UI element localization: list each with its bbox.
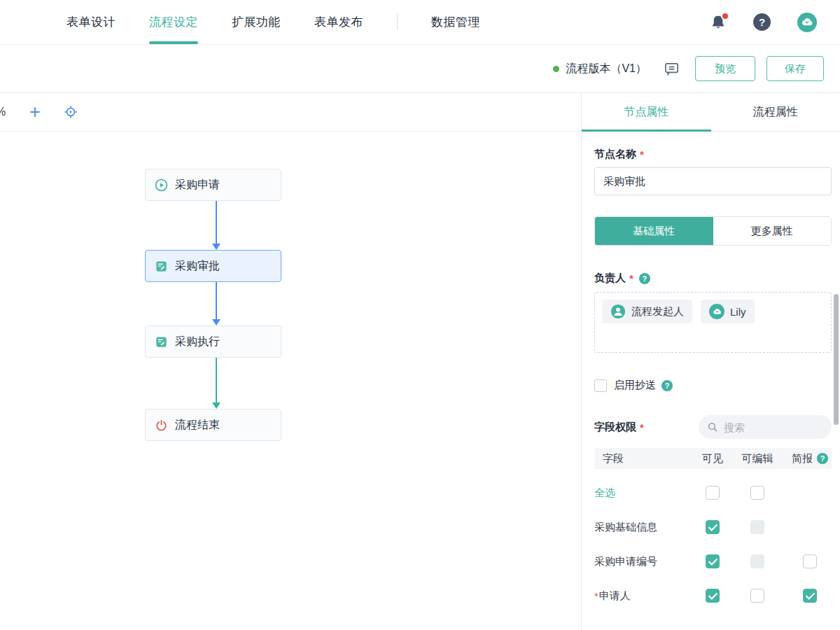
tab-form-publish[interactable]: 表单发布 [314, 0, 363, 44]
cc-help-icon[interactable]: ? [662, 380, 673, 391]
notification-bell-icon[interactable] [710, 14, 727, 31]
tab-flow-settings[interactable]: 流程设定 [149, 0, 198, 44]
tab-form-design[interactable]: 表单设计 [66, 0, 115, 44]
property-mode-switch: 基础属性 更多属性 [594, 216, 832, 246]
flow-arrow [212, 282, 220, 326]
notification-dot [721, 12, 729, 20]
owner-tag-label: Lily [730, 306, 746, 318]
top-nav-bar: 表单设计 流程设定 扩展功能 表单发布 数据管理 ? [0, 0, 840, 45]
save-button[interactable]: 保存 [766, 56, 824, 81]
col-field: 字段 [603, 452, 624, 465]
required-asterisk: * [629, 272, 634, 284]
editable-checkbox [750, 554, 764, 568]
select-all-link[interactable]: 全选 [594, 486, 615, 500]
required-asterisk: * [640, 148, 644, 160]
flow-canvas: % + 采购申请 [0, 93, 581, 630]
approval-icon [155, 335, 168, 349]
node-label: 采购执行 [175, 335, 220, 349]
version-toolbar: 流程版本（V1） 预览 保存 [0, 45, 840, 93]
table-row: 采购基础信息 [594, 517, 832, 538]
tab-data-management[interactable]: 数据管理 [431, 0, 480, 44]
user-avatar [709, 304, 724, 319]
visible-checkbox[interactable] [706, 520, 720, 534]
tab-more-properties[interactable]: 更多属性 [713, 217, 832, 245]
node-name-input[interactable] [594, 167, 832, 195]
field-name: 采购申请编号 [594, 555, 657, 568]
owner-tag-initiator[interactable]: 流程发起人 [602, 300, 692, 323]
help-icon[interactable]: ? [753, 13, 771, 31]
field-table-header: 字段 可见 可编辑 简报 ? [594, 448, 832, 469]
enable-cc-row: 启用抄送 ? [594, 379, 832, 392]
owner-tag-label: 流程发起人 [631, 305, 684, 318]
node-name-label: 节点名称 * [594, 148, 832, 161]
tab-extensions[interactable]: 扩展功能 [232, 0, 281, 44]
canvas-toolbar: % + [0, 93, 581, 132]
editable-checkbox[interactable] [750, 486, 764, 500]
field-name: * 申请人 [594, 589, 631, 603]
node-purchase-approval[interactable]: 采购审批 [145, 250, 281, 282]
node-label: 采购申请 [175, 178, 220, 192]
node-purchase-request[interactable]: 采购申请 [145, 169, 281, 201]
owner-label: 负责人 * ? [594, 272, 832, 285]
owner-select-area[interactable]: 流程发起人 Lily [594, 292, 832, 353]
panel-tabs: 节点属性 流程属性 [582, 93, 840, 132]
owner-help-icon[interactable]: ? [639, 273, 650, 284]
tab-flow-properties[interactable]: 流程属性 [711, 93, 840, 131]
field-search-input[interactable] [724, 421, 808, 433]
panel-scrollbar[interactable] [834, 294, 839, 425]
node-label: 流程结束 [175, 418, 220, 433]
report-help-icon[interactable]: ? [817, 453, 828, 464]
enable-cc-checkbox[interactable] [594, 379, 607, 392]
table-row-select-all: 全选 [594, 482, 832, 503]
visible-checkbox[interactable] [706, 486, 720, 500]
col-report: 简报 ? [788, 452, 832, 465]
user-icon [610, 304, 626, 319]
locate-icon[interactable] [63, 104, 78, 120]
tab-node-properties[interactable]: 节点属性 [582, 93, 711, 131]
zoom-in-icon[interactable]: + [29, 105, 41, 119]
col-visible: 可见 [699, 452, 727, 465]
required-asterisk: * [594, 590, 598, 602]
col-editable: 可编辑 [738, 452, 777, 465]
comment-icon[interactable] [664, 61, 680, 77]
enable-cc-label: 启用抄送 [614, 379, 656, 392]
report-checkbox[interactable] [803, 554, 817, 568]
version-label: 流程版本（V1） [566, 62, 647, 76]
table-row: 采购申请编号 [594, 551, 832, 572]
editable-checkbox[interactable] [750, 589, 764, 603]
required-asterisk: * [640, 421, 644, 433]
flow-diagram: 采购申请 采购审批 采购执行 [0, 132, 581, 630]
editable-checkbox [750, 520, 764, 534]
properties-panel: 节点属性 流程属性 节点名称 * 基础属性 更多属性 负责人 * ? [581, 93, 840, 630]
field-search-box[interactable] [699, 415, 832, 439]
avatar[interactable] [797, 13, 817, 32]
play-circle-icon [155, 178, 168, 192]
flow-arrow [212, 358, 220, 409]
visible-checkbox[interactable] [706, 589, 720, 603]
top-nav: 表单设计 流程设定 扩展功能 表单发布 数据管理 [66, 0, 480, 44]
node-purchase-execution[interactable]: 采购执行 [145, 326, 281, 358]
table-row: * 申请人 [594, 585, 832, 606]
owner-tag-lily[interactable]: Lily [701, 300, 755, 323]
node-label: 采购审批 [175, 259, 220, 274]
zoom-level: % [0, 106, 11, 118]
approval-icon [155, 260, 168, 273]
node-flow-end[interactable]: 流程结束 [145, 409, 281, 441]
nav-divider [397, 15, 398, 30]
version-status-dot [553, 66, 559, 72]
flow-arrow [212, 201, 220, 250]
field-permission-label: 字段权限 * [594, 421, 644, 434]
power-icon [155, 419, 168, 432]
report-checkbox[interactable] [803, 589, 817, 603]
tab-basic-properties[interactable]: 基础属性 [595, 217, 713, 245]
search-icon [707, 421, 718, 433]
visible-checkbox[interactable] [706, 554, 720, 568]
cloud-logo-icon [799, 15, 815, 30]
field-name: 采购基础信息 [594, 521, 657, 534]
preview-button[interactable]: 预览 [695, 56, 755, 81]
